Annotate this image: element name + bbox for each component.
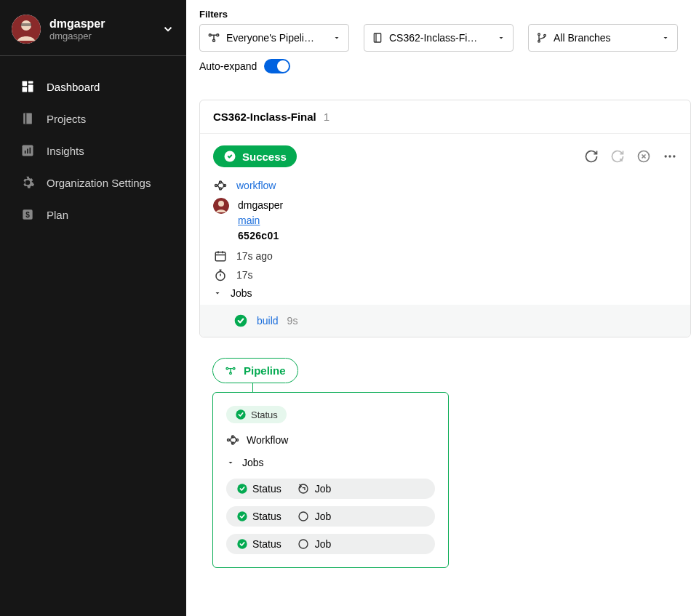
svg-point-16 bbox=[217, 34, 219, 36]
branch-icon bbox=[536, 32, 548, 44]
svg-text:$: $ bbox=[25, 211, 30, 219]
nav-item-plan[interactable]: $ Plan bbox=[0, 199, 186, 231]
rerun-failed-icon[interactable] bbox=[610, 149, 625, 164]
svg-point-20 bbox=[538, 33, 540, 36]
stopwatch-icon bbox=[213, 268, 228, 281]
pipeline-card-header[interactable]: CS362-Inclass-Final 1 bbox=[200, 100, 690, 134]
svg-point-30 bbox=[668, 155, 671, 157]
filter-branches[interactable]: All Branches bbox=[528, 24, 678, 52]
svg-rect-11 bbox=[27, 149, 28, 154]
workflow-row: workflow bbox=[213, 179, 677, 192]
caret-down-icon bbox=[213, 289, 222, 297]
sidebar-user-header[interactable]: dmgasper dmgasper bbox=[0, 9, 186, 56]
svg-point-29 bbox=[665, 155, 667, 157]
autoexpand-row: Auto-expand bbox=[199, 59, 678, 73]
pipeline-title: CS362-Inclass-Final bbox=[213, 111, 316, 123]
check-circle-icon bbox=[223, 150, 236, 163]
filters-bar: Filters Everyone's Pipeli… CS362-Inclass… bbox=[186, 0, 691, 79]
legend-jobs-header: Jobs bbox=[226, 457, 435, 468]
pipeline-actions bbox=[584, 149, 677, 164]
svg-point-21 bbox=[538, 40, 540, 42]
svg-rect-7 bbox=[23, 113, 32, 124]
legend-status-pill: Status bbox=[226, 406, 287, 423]
legend-workflow-label: Workflow bbox=[247, 434, 288, 446]
svg-rect-5 bbox=[28, 85, 33, 92]
check-circle-icon bbox=[236, 511, 248, 522]
commit-hash: 6526c01 bbox=[238, 228, 283, 244]
svg-rect-6 bbox=[23, 87, 28, 92]
autoexpand-label: Auto-expand bbox=[199, 60, 257, 72]
svg-point-31 bbox=[673, 155, 675, 157]
svg-point-48 bbox=[233, 367, 235, 369]
svg-rect-8 bbox=[25, 113, 27, 124]
plan-icon: $ bbox=[20, 207, 35, 222]
nav-label: Plan bbox=[47, 209, 68, 221]
nav-item-projects[interactable]: Projects bbox=[0, 103, 186, 135]
svg-rect-18 bbox=[374, 33, 380, 42]
filter-project[interactable]: CS362-Inclass-Fi… bbox=[364, 24, 514, 52]
more-icon[interactable] bbox=[663, 149, 677, 164]
svg-rect-38 bbox=[215, 252, 225, 261]
projects-icon bbox=[372, 32, 383, 44]
legend: Pipeline Status Workflow Jobs bbox=[199, 358, 691, 568]
rerun-icon[interactable] bbox=[584, 149, 599, 164]
gear-icon bbox=[20, 175, 35, 190]
job-name: build bbox=[257, 315, 279, 327]
svg-point-22 bbox=[544, 34, 546, 36]
legend-workflow-row: Workflow bbox=[226, 433, 435, 447]
calendar-icon bbox=[213, 249, 228, 263]
svg-point-51 bbox=[228, 439, 230, 441]
status-text: Success bbox=[242, 151, 287, 163]
cancel-icon[interactable] bbox=[636, 149, 651, 164]
redo-icon bbox=[297, 483, 309, 495]
workflow-link[interactable]: workflow bbox=[236, 180, 276, 191]
svg-rect-10 bbox=[25, 151, 26, 153]
duration: 17s bbox=[236, 269, 253, 281]
branch-link[interactable]: main bbox=[238, 215, 260, 226]
svg-rect-2 bbox=[20, 23, 32, 26]
pipeline-icon bbox=[225, 365, 236, 377]
legend-job-row: Status Job bbox=[226, 506, 435, 527]
caret-down-icon bbox=[661, 33, 670, 42]
user-meta: dmgasper main 6526c01 bbox=[213, 198, 677, 244]
caret-down-icon bbox=[332, 33, 341, 42]
autoexpand-toggle[interactable] bbox=[264, 59, 290, 73]
svg-point-15 bbox=[209, 34, 211, 36]
svg-point-47 bbox=[226, 367, 228, 369]
svg-point-37 bbox=[218, 201, 224, 207]
sidebar: dmgasper dmgasper Dashboard Projects Ins… bbox=[0, 0, 186, 616]
insights-icon bbox=[20, 143, 35, 158]
legend-job-row: Status Job bbox=[226, 534, 435, 554]
chevron-down-icon bbox=[161, 23, 175, 36]
legend-pipeline-tag: Pipeline bbox=[212, 358, 298, 383]
sidebar-user-sub: dmgasper bbox=[49, 31, 161, 41]
caret-down-icon bbox=[226, 458, 235, 467]
legend-card: Status Workflow Jobs Status bbox=[212, 392, 449, 568]
workflow-icon bbox=[213, 179, 228, 192]
jobs-header[interactable]: Jobs bbox=[213, 287, 677, 299]
filter-pipelines[interactable]: Everyone's Pipeli… bbox=[199, 24, 349, 52]
avatar bbox=[213, 198, 229, 214]
check-circle-icon bbox=[236, 483, 248, 495]
status-badge-success: Success bbox=[213, 145, 297, 167]
job-row[interactable]: build 9s bbox=[200, 305, 690, 337]
check-circle-icon bbox=[236, 538, 248, 550]
pipeline-user: dmgasper bbox=[238, 198, 283, 213]
projects-icon bbox=[20, 111, 35, 126]
job-duration: 9s bbox=[287, 315, 298, 327]
svg-point-32 bbox=[215, 185, 217, 187]
pipeline-count: 1 bbox=[324, 111, 329, 123]
time-ago: 17s ago bbox=[236, 250, 273, 262]
nav-item-dashboard[interactable]: Dashboard bbox=[0, 71, 186, 103]
legend-tag-label: Pipeline bbox=[244, 364, 286, 377]
nav-label: Projects bbox=[47, 113, 86, 125]
nav-item-insights[interactable]: Insights bbox=[0, 135, 186, 167]
check-circle-icon bbox=[235, 409, 247, 420]
nav-item-org-settings[interactable]: Organization Settings bbox=[0, 167, 186, 199]
jobs-label: Jobs bbox=[231, 287, 252, 299]
pipeline-icon bbox=[207, 31, 220, 44]
legend-connector bbox=[252, 383, 253, 392]
filter-label: CS362-Inclass-Fi… bbox=[389, 32, 477, 44]
pipeline-card: CS362-Inclass-Final 1 Success bbox=[199, 100, 691, 337]
caret-down-icon bbox=[497, 33, 506, 42]
